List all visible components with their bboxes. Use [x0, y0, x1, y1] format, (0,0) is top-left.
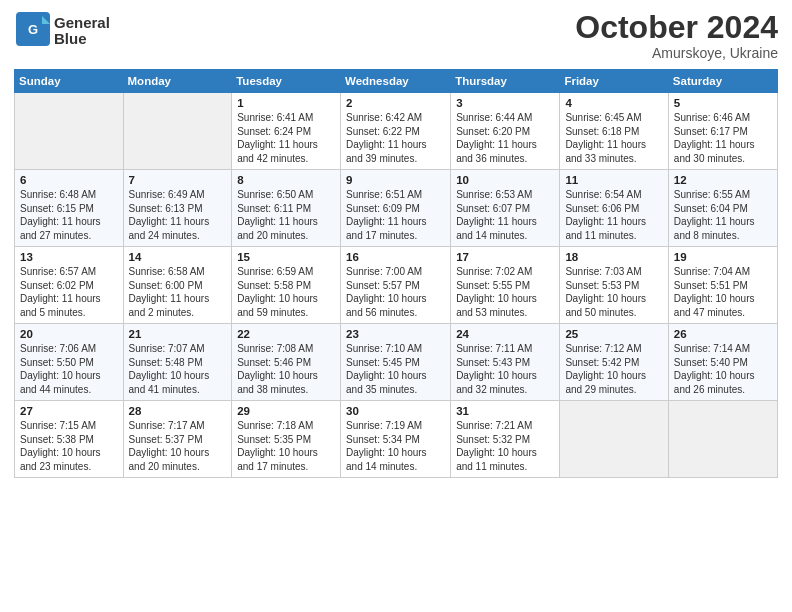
day-number: 13 — [20, 251, 118, 263]
day-info: Sunrise: 6:48 AMSunset: 6:15 PMDaylight:… — [20, 188, 118, 242]
calendar-cell: 25Sunrise: 7:12 AMSunset: 5:42 PMDayligh… — [560, 324, 668, 401]
day-number: 8 — [237, 174, 335, 186]
day-number: 14 — [129, 251, 227, 263]
calendar-cell: 17Sunrise: 7:02 AMSunset: 5:55 PMDayligh… — [451, 247, 560, 324]
day-number: 2 — [346, 97, 445, 109]
day-info: Sunrise: 7:17 AMSunset: 5:37 PMDaylight:… — [129, 419, 227, 473]
day-info: Sunrise: 7:04 AMSunset: 5:51 PMDaylight:… — [674, 265, 772, 319]
logo: G General Blue — [14, 10, 110, 52]
day-number: 7 — [129, 174, 227, 186]
day-info: Sunrise: 7:11 AMSunset: 5:43 PMDaylight:… — [456, 342, 554, 396]
calendar-cell: 7Sunrise: 6:49 AMSunset: 6:13 PMDaylight… — [123, 170, 232, 247]
location-subtitle: Amurskoye, Ukraine — [575, 45, 778, 61]
day-info: Sunrise: 7:19 AMSunset: 5:34 PMDaylight:… — [346, 419, 445, 473]
day-number: 23 — [346, 328, 445, 340]
day-info: Sunrise: 7:00 AMSunset: 5:57 PMDaylight:… — [346, 265, 445, 319]
day-info: Sunrise: 7:06 AMSunset: 5:50 PMDaylight:… — [20, 342, 118, 396]
calendar-cell: 19Sunrise: 7:04 AMSunset: 5:51 PMDayligh… — [668, 247, 777, 324]
day-number: 12 — [674, 174, 772, 186]
calendar-cell: 29Sunrise: 7:18 AMSunset: 5:35 PMDayligh… — [232, 401, 341, 478]
day-info: Sunrise: 6:58 AMSunset: 6:00 PMDaylight:… — [129, 265, 227, 319]
day-info: Sunrise: 6:51 AMSunset: 6:09 PMDaylight:… — [346, 188, 445, 242]
day-number: 16 — [346, 251, 445, 263]
week-row-5: 27Sunrise: 7:15 AMSunset: 5:38 PMDayligh… — [15, 401, 778, 478]
calendar-cell: 21Sunrise: 7:07 AMSunset: 5:48 PMDayligh… — [123, 324, 232, 401]
calendar-cell: 13Sunrise: 6:57 AMSunset: 6:02 PMDayligh… — [15, 247, 124, 324]
calendar-cell: 3Sunrise: 6:44 AMSunset: 6:20 PMDaylight… — [451, 93, 560, 170]
day-info: Sunrise: 6:42 AMSunset: 6:22 PMDaylight:… — [346, 111, 445, 165]
week-row-3: 13Sunrise: 6:57 AMSunset: 6:02 PMDayligh… — [15, 247, 778, 324]
calendar-cell: 4Sunrise: 6:45 AMSunset: 6:18 PMDaylight… — [560, 93, 668, 170]
day-number: 4 — [565, 97, 662, 109]
logo-text: General Blue — [54, 15, 110, 48]
day-number: 30 — [346, 405, 445, 417]
day-info: Sunrise: 7:15 AMSunset: 5:38 PMDaylight:… — [20, 419, 118, 473]
day-number: 31 — [456, 405, 554, 417]
calendar-cell: 20Sunrise: 7:06 AMSunset: 5:50 PMDayligh… — [15, 324, 124, 401]
calendar-cell: 6Sunrise: 6:48 AMSunset: 6:15 PMDaylight… — [15, 170, 124, 247]
calendar-cell: 1Sunrise: 6:41 AMSunset: 6:24 PMDaylight… — [232, 93, 341, 170]
day-number: 10 — [456, 174, 554, 186]
day-info: Sunrise: 6:50 AMSunset: 6:11 PMDaylight:… — [237, 188, 335, 242]
day-info: Sunrise: 6:54 AMSunset: 6:06 PMDaylight:… — [565, 188, 662, 242]
calendar-cell — [560, 401, 668, 478]
day-number: 20 — [20, 328, 118, 340]
title-block: October 2024 Amurskoye, Ukraine — [575, 10, 778, 61]
day-number: 27 — [20, 405, 118, 417]
day-number: 24 — [456, 328, 554, 340]
day-info: Sunrise: 7:14 AMSunset: 5:40 PMDaylight:… — [674, 342, 772, 396]
day-number: 26 — [674, 328, 772, 340]
weekday-header-saturday: Saturday — [668, 70, 777, 93]
day-number: 6 — [20, 174, 118, 186]
day-number: 9 — [346, 174, 445, 186]
day-info: Sunrise: 6:45 AMSunset: 6:18 PMDaylight:… — [565, 111, 662, 165]
weekday-header-row: SundayMondayTuesdayWednesdayThursdayFrid… — [15, 70, 778, 93]
month-title: October 2024 — [575, 10, 778, 45]
calendar-cell: 12Sunrise: 6:55 AMSunset: 6:04 PMDayligh… — [668, 170, 777, 247]
calendar-cell: 9Sunrise: 6:51 AMSunset: 6:09 PMDaylight… — [341, 170, 451, 247]
calendar-cell: 18Sunrise: 7:03 AMSunset: 5:53 PMDayligh… — [560, 247, 668, 324]
weekday-header-friday: Friday — [560, 70, 668, 93]
calendar-cell: 24Sunrise: 7:11 AMSunset: 5:43 PMDayligh… — [451, 324, 560, 401]
week-row-2: 6Sunrise: 6:48 AMSunset: 6:15 PMDaylight… — [15, 170, 778, 247]
weekday-header-sunday: Sunday — [15, 70, 124, 93]
day-number: 19 — [674, 251, 772, 263]
calendar-cell — [123, 93, 232, 170]
calendar-cell: 27Sunrise: 7:15 AMSunset: 5:38 PMDayligh… — [15, 401, 124, 478]
calendar-cell: 10Sunrise: 6:53 AMSunset: 6:07 PMDayligh… — [451, 170, 560, 247]
day-info: Sunrise: 7:07 AMSunset: 5:48 PMDaylight:… — [129, 342, 227, 396]
day-info: Sunrise: 7:12 AMSunset: 5:42 PMDaylight:… — [565, 342, 662, 396]
day-info: Sunrise: 6:55 AMSunset: 6:04 PMDaylight:… — [674, 188, 772, 242]
calendar-cell: 22Sunrise: 7:08 AMSunset: 5:46 PMDayligh… — [232, 324, 341, 401]
calendar-cell: 5Sunrise: 6:46 AMSunset: 6:17 PMDaylight… — [668, 93, 777, 170]
calendar-cell: 2Sunrise: 6:42 AMSunset: 6:22 PMDaylight… — [341, 93, 451, 170]
day-info: Sunrise: 6:49 AMSunset: 6:13 PMDaylight:… — [129, 188, 227, 242]
day-number: 15 — [237, 251, 335, 263]
day-info: Sunrise: 7:03 AMSunset: 5:53 PMDaylight:… — [565, 265, 662, 319]
calendar-cell — [668, 401, 777, 478]
day-number: 25 — [565, 328, 662, 340]
calendar-cell: 8Sunrise: 6:50 AMSunset: 6:11 PMDaylight… — [232, 170, 341, 247]
weekday-header-tuesday: Tuesday — [232, 70, 341, 93]
day-info: Sunrise: 7:02 AMSunset: 5:55 PMDaylight:… — [456, 265, 554, 319]
day-info: Sunrise: 6:57 AMSunset: 6:02 PMDaylight:… — [20, 265, 118, 319]
day-info: Sunrise: 6:44 AMSunset: 6:20 PMDaylight:… — [456, 111, 554, 165]
logo-line2: Blue — [54, 31, 110, 48]
calendar-cell: 31Sunrise: 7:21 AMSunset: 5:32 PMDayligh… — [451, 401, 560, 478]
calendar-cell — [15, 93, 124, 170]
day-number: 18 — [565, 251, 662, 263]
day-number: 3 — [456, 97, 554, 109]
day-number: 29 — [237, 405, 335, 417]
day-number: 17 — [456, 251, 554, 263]
logo-line1: General — [54, 15, 110, 32]
svg-text:G: G — [28, 22, 38, 37]
day-info: Sunrise: 6:59 AMSunset: 5:58 PMDaylight:… — [237, 265, 335, 319]
weekday-header-monday: Monday — [123, 70, 232, 93]
calendar-cell: 14Sunrise: 6:58 AMSunset: 6:00 PMDayligh… — [123, 247, 232, 324]
day-info: Sunrise: 7:08 AMSunset: 5:46 PMDaylight:… — [237, 342, 335, 396]
day-number: 1 — [237, 97, 335, 109]
weekday-header-wednesday: Wednesday — [341, 70, 451, 93]
day-info: Sunrise: 7:21 AMSunset: 5:32 PMDaylight:… — [456, 419, 554, 473]
header: G General Blue October 2024 Amurskoye, U… — [14, 10, 778, 61]
day-number: 28 — [129, 405, 227, 417]
